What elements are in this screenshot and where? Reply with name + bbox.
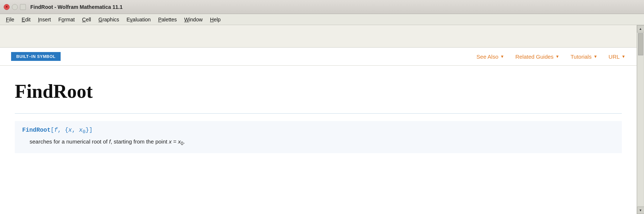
menu-help-label: Help [210, 17, 221, 23]
window-title: FindRoot - Wolfram Mathematica 11.1 [30, 4, 122, 10]
nav-links: See Also ▼ Related Guides ▼ Tutorials ▼ … [477, 54, 626, 60]
close-button[interactable]: × [4, 4, 10, 10]
main-panel: BUILT–IN SYMBOL See Also ▼ Related Guide… [0, 25, 637, 214]
usage-signature: FindRoot[f, {x, x0}] [22, 127, 614, 135]
menu-edit-label: Edit [22, 17, 31, 23]
menu-format-label: Format [58, 17, 75, 23]
menu-window-label: Window [184, 17, 203, 23]
menu-file-label: File [6, 17, 14, 23]
desc-period: . [183, 138, 185, 145]
url-label: URL [609, 54, 620, 60]
menu-edit[interactable]: Edit [19, 15, 34, 24]
desc-equals: = [172, 138, 178, 145]
menu-cell[interactable]: Cell [79, 15, 94, 24]
usage-description: searches for a numerical root of f, star… [22, 138, 614, 147]
url-link[interactable]: URL ▼ [609, 54, 626, 60]
tutorials-chevron-icon: ▼ [593, 54, 597, 59]
menu-insert[interactable]: Insert [35, 15, 54, 24]
doc-title: FindRoot [15, 80, 622, 102]
menu-insert-label: Insert [38, 17, 51, 23]
desc-prefix: searches for a numerical root of [30, 138, 109, 145]
signature-args: [f, {x, x0}] [51, 127, 93, 134]
scrollbar-track[interactable] [638, 33, 644, 206]
desc-x0: x [178, 138, 181, 145]
see-also-chevron-icon: ▼ [500, 54, 504, 59]
see-also-link[interactable]: See Also ▼ [477, 54, 504, 60]
related-guides-label: Related Guides [515, 54, 553, 60]
menu-cell-label: Cell [82, 17, 91, 23]
menu-palettes-label: Palettes [158, 17, 177, 23]
usage-section: FindRoot[f, {x, x0}] searches for a nume… [15, 121, 622, 153]
titlebar: × FindRoot - Wolfram Mathematica 11.1 [0, 0, 644, 14]
doc-content[interactable]: FindRoot FindRoot[f, {x, x0}] searches f… [0, 66, 637, 214]
menu-graphics-label: Graphics [98, 17, 119, 23]
menu-help[interactable]: Help [207, 15, 224, 24]
see-also-label: See Also [477, 54, 498, 60]
menu-graphics[interactable]: Graphics [95, 15, 122, 24]
tutorials-label: Tutorials [570, 54, 592, 60]
related-guides-link[interactable]: Related Guides ▼ [515, 54, 559, 60]
scroll-up-button[interactable]: ▲ [637, 25, 644, 32]
toolbar-area [0, 25, 637, 47]
url-chevron-icon: ▼ [621, 54, 626, 59]
menu-format[interactable]: Format [55, 15, 78, 24]
window-controls: × [4, 4, 26, 10]
tutorials-link[interactable]: Tutorials ▼ [570, 54, 597, 60]
menu-evaluation[interactable]: Evaluation [123, 15, 153, 24]
func-name: FindRoot [22, 127, 51, 134]
menu-evaluation-label: Evaluation [126, 17, 150, 23]
scroll-down-button[interactable]: ▼ [637, 207, 644, 214]
scrollbar-thumb[interactable] [638, 33, 643, 55]
maximize-button[interactable] [20, 4, 26, 10]
content-area: BUILT–IN SYMBOL See Also ▼ Related Guide… [0, 25, 644, 214]
related-guides-chevron-icon: ▼ [555, 54, 559, 59]
desc-middle: , starting from the point [111, 138, 169, 145]
built-in-badge: BUILT–IN SYMBOL [11, 52, 61, 61]
menu-file[interactable]: File [3, 15, 17, 24]
menu-window[interactable]: Window [181, 15, 206, 24]
scrollbar: ▲ ▼ [637, 25, 644, 214]
separator [15, 113, 622, 114]
menu-palettes[interactable]: Palettes [155, 15, 180, 24]
navbar: BUILT–IN SYMBOL See Also ▼ Related Guide… [0, 47, 637, 66]
desc-sub0: 0 [181, 141, 183, 146]
main-window: × FindRoot - Wolfram Mathematica 11.1 Fi… [0, 0, 644, 214]
minimize-button[interactable] [12, 4, 18, 10]
menubar: File Edit Insert Format Cell Graphics Ev… [0, 14, 644, 25]
